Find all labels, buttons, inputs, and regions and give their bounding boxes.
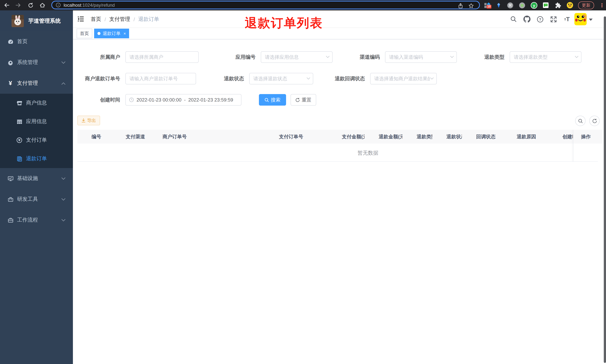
extension-y-icon[interactable]: y: [530, 1, 538, 9]
table-header-row: 编号 支付渠道 商户订单号 支付订单号 支付金额(元) 退款金额(元) 退款类型…: [77, 130, 598, 143]
breadcrumb-separator: /: [105, 16, 106, 22]
refund-status-select-input[interactable]: [249, 73, 313, 84]
header-search-icon[interactable]: [510, 15, 517, 23]
chevron-down-icon: [61, 219, 66, 221]
browser-reload-icon[interactable]: [26, 0, 35, 10]
browser-home-icon[interactable]: [38, 0, 47, 10]
extension-command-icon[interactable]: ⌘: [506, 1, 514, 9]
refund-type-select[interactable]: [510, 51, 581, 63]
channel-select[interactable]: [385, 51, 457, 63]
merchant-refund-no-input[interactable]: [125, 73, 196, 84]
browser-menu-icon[interactable]: ⋮: [599, 1, 605, 9]
extension-badge: 10: [487, 5, 491, 9]
extension-bookmarks-icon[interactable]: 10: [483, 1, 491, 9]
page-scrollbar[interactable]: [604, 16, 606, 363]
column-header: 退款原因: [502, 133, 548, 140]
share-icon[interactable]: [458, 3, 463, 9]
reset-button[interactable]: 重置: [290, 94, 316, 105]
tab-home[interactable]: 首页: [77, 29, 92, 38]
start-date-value[interactable]: 2022-01-23 00:00:00: [136, 97, 181, 103]
content-area: 所属商户 应用编号 渠道编码 退款类型 商户退款订单号 退款状态: [73, 39, 606, 364]
tab-refund-order[interactable]: 退款订单 ×: [94, 29, 129, 38]
column-header: 退款金额(元): [365, 133, 403, 140]
merchant-select-input[interactable]: [125, 51, 199, 63]
sidebar-item-label: 退款订单: [26, 156, 47, 162]
sidebar-item-payment[interactable]: ¥ 支付管理: [0, 73, 73, 94]
sidebar-item-dev-tools[interactable]: 研发工具: [0, 189, 73, 210]
search-button[interactable]: 搜索: [259, 94, 286, 105]
extension-recorder-icon[interactable]: [518, 1, 526, 9]
help-icon[interactable]: ?: [536, 15, 544, 23]
svg-text:¥: ¥: [18, 138, 20, 142]
chevron-down-icon: [61, 61, 66, 64]
avatar-caret-icon[interactable]: [589, 19, 593, 21]
sidebar-item-label: 支付管理: [17, 80, 38, 87]
callback-status-select[interactable]: [370, 73, 437, 84]
extension-emoji-icon[interactable]: [566, 1, 574, 9]
search-button-label: 搜索: [271, 96, 280, 103]
bookmark-star-icon[interactable]: [468, 3, 474, 9]
sidebar-item-label: 工作流程: [17, 217, 38, 223]
url-host: localhost: [64, 2, 81, 8]
sidebar-item-app-info[interactable]: 应用信息: [0, 112, 73, 131]
export-button[interactable]: 导出: [77, 116, 100, 125]
chevron-up-icon: [61, 82, 66, 85]
svg-text:?: ?: [539, 17, 541, 21]
sidebar-item-home[interactable]: 首页: [0, 31, 73, 52]
column-header: 支付渠道: [112, 133, 148, 140]
sidebar-item-merchant-info[interactable]: 商户信息: [0, 94, 73, 112]
channel-select-input[interactable]: [385, 51, 457, 63]
table-empty-text: 暂无数据: [357, 150, 378, 156]
page-annotation: 退款订单列表: [245, 15, 323, 32]
column-header: 回调状态: [462, 133, 502, 140]
refund-status-select[interactable]: [249, 73, 313, 84]
app-select-input[interactable]: [261, 51, 333, 63]
create-time-range-picker[interactable]: 2022-01-23 00:00:00 - 2022-01-23 23:59:5…: [125, 94, 241, 105]
refresh-button[interactable]: [589, 116, 600, 126]
sidebar-item-system[interactable]: 系统管理: [0, 52, 73, 73]
app-select[interactable]: [261, 51, 333, 63]
sidebar-item-refund-order[interactable]: 退款订单: [0, 149, 73, 168]
callback-status-select-input[interactable]: [370, 73, 437, 84]
toggle-search-button[interactable]: [575, 116, 586, 126]
breadcrumb-home[interactable]: 首页: [91, 16, 101, 23]
chevron-down-icon: [61, 177, 66, 180]
refund-type-select-input[interactable]: [510, 51, 581, 63]
sidebar-item-label: 应用信息: [26, 118, 47, 125]
logo-avatar: [12, 15, 24, 27]
tab-label: 退款订单: [103, 29, 120, 38]
breadcrumb-payment[interactable]: 支付管理: [109, 16, 130, 23]
filter-label-merchant: 所属商户: [79, 51, 120, 63]
tab-close-icon[interactable]: ×: [123, 31, 126, 36]
extension-chat-icon[interactable]: [542, 1, 550, 9]
sidebar-item-pay-order[interactable]: ¥ 支付订单: [0, 131, 73, 149]
app-logo[interactable]: 芋道管理系统: [0, 10, 73, 31]
filter-label-refund-status: 退款状态: [203, 73, 244, 84]
font-size-icon[interactable]: тT: [563, 15, 571, 23]
browser-update-button[interactable]: 更新: [578, 1, 594, 9]
filter-label-merchant-refund-no: 商户退款订单号: [79, 73, 120, 84]
browser-back-icon[interactable]: [2, 0, 11, 10]
monitor-icon: [7, 176, 13, 181]
sidebar-fold-icon[interactable]: [77, 16, 85, 23]
end-date-value[interactable]: 2022-01-23 23:59:59: [188, 97, 233, 103]
breadcrumb: 首页 / 支付管理 / 退款订单: [91, 10, 159, 28]
grid-icon: [16, 119, 22, 124]
tab-active-dot: [97, 32, 100, 35]
user-avatar[interactable]: [574, 13, 587, 25]
sidebar-item-infrastructure[interactable]: 基础设施: [0, 168, 73, 189]
github-icon[interactable]: [523, 15, 530, 23]
svg-text:y: y: [533, 3, 535, 7]
sidebar-item-label: 基础设施: [17, 175, 38, 182]
extension-gem-icon[interactable]: [495, 1, 502, 9]
svg-text:⌘: ⌘: [508, 3, 512, 7]
sidebar-item-label: 系统管理: [17, 59, 38, 66]
browser-forward-icon[interactable]: [14, 0, 23, 10]
fullscreen-icon[interactable]: [550, 15, 557, 23]
breadcrumb-current: 退款订单: [138, 16, 159, 23]
site-info-icon[interactable]: [56, 3, 61, 7]
breadcrumb-separator: /: [133, 16, 135, 22]
url-bar[interactable]: localhost:1024/pay/refund: [51, 1, 480, 9]
extensions-puzzle-icon[interactable]: [554, 1, 562, 9]
sidebar-item-workflow[interactable]: 工作流程: [0, 210, 73, 231]
